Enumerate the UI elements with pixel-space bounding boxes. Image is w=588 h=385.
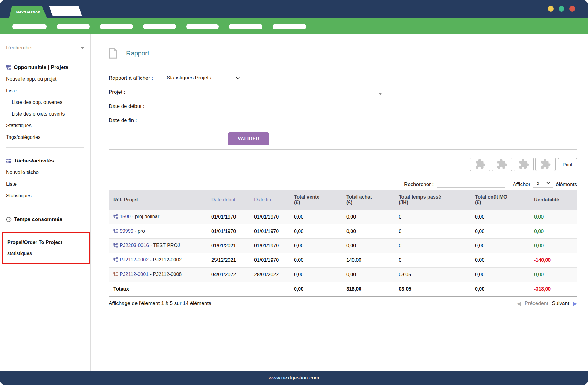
top-bar: NextGestion [0, 0, 588, 18]
print-button[interactable]: Print [558, 158, 577, 170]
sidebar-item-liste-projets-ouverts[interactable]: Liste des projets ouverts [6, 108, 86, 120]
clock-icon [6, 217, 12, 222]
secondary-tab[interactable] [49, 6, 82, 16]
section-title-label: Temps consommés [14, 216, 62, 223]
export-button-2[interactable] [492, 158, 512, 171]
sidebar-section-tasks: Tâches/activités Nouvelle tâche Liste St… [6, 155, 86, 202]
cell-total-vente: 0,00 [289, 253, 342, 267]
sidebar-item-statistiques-taches[interactable]: Statistiques [6, 190, 86, 202]
sidebar-item-propal-statistiques[interactable]: statistiques [7, 248, 85, 259]
nav-pill[interactable] [57, 24, 90, 29]
nav-pill[interactable] [186, 24, 219, 29]
cell-total-cout-mo: 0,00 [470, 224, 530, 238]
col-date-debut[interactable]: Date début [207, 190, 250, 210]
export-button-4[interactable] [535, 158, 556, 171]
cell-total-achat: 0,00 [342, 224, 394, 238]
cell-rentabilite: 0,00 [530, 210, 577, 224]
project-icon [113, 257, 118, 263]
previous-button[interactable]: Précédent [525, 300, 548, 307]
cell-date-fin: 01/01/1970 [250, 210, 289, 224]
report-type-select[interactable]: Statistiques Projets [166, 73, 242, 83]
brand-tab[interactable]: NextGestion [9, 6, 47, 18]
col-rentabilite: Rentabilité [530, 190, 577, 210]
nav-pill[interactable] [100, 24, 133, 29]
footer: www.nextgestion.com [0, 371, 588, 385]
cell-total-cout-mo: 0,00 [470, 253, 530, 267]
nav-pill[interactable] [12, 24, 47, 29]
report-form: Rapport à afficher : Statistiques Projet… [109, 71, 577, 145]
cell-total-vente: 0,00 [289, 224, 342, 238]
cell-date-fin: 01/01/1970 [250, 224, 289, 238]
maximize-dot[interactable] [559, 6, 564, 12]
nav-pill[interactable] [143, 24, 176, 29]
page-info: Affichage de l'élement 1 à 5 sur 14 élém… [109, 300, 211, 307]
highlighted-menu-section: Propal/Order To Project statistiques [2, 232, 90, 264]
section-title-label: Tâches/activités [14, 158, 54, 164]
sidebar-item-statistiques[interactable]: Statistiques [6, 120, 86, 132]
cell-total-temps: 0 [394, 210, 470, 224]
cell-total-achat: 0,00 [342, 267, 394, 282]
sidebar-item-nouvelle-tache[interactable]: Nouvelle tâche [6, 167, 86, 178]
table-header-row: Réf. Projet Date début Date fin Total ve… [109, 190, 577, 210]
export-button-3[interactable] [514, 158, 534, 171]
sidebar-item-liste-opp-ouvertes[interactable]: Liste des opp. ouvertes [6, 97, 86, 108]
next-arrow-icon[interactable]: ▶ [573, 300, 577, 307]
totals-cout-mo: 0,00 [470, 282, 530, 296]
table-row: PJ2203-0016 - TEST PROJ 01/01/2021 01/01… [109, 238, 577, 253]
cell-total-achat: 0,00 [342, 238, 394, 253]
cell-total-vente: 0,00 [289, 238, 342, 253]
sidebar-item-liste[interactable]: Liste [6, 85, 86, 97]
cell-rentabilite: 0,00 [530, 267, 577, 282]
project-icon [6, 65, 11, 70]
table-row: PJ2112-0001 - PJ2112-0008 04/01/2022 28/… [109, 267, 577, 282]
sidebar-item-tags-categories[interactable]: Tags/catégories [6, 132, 86, 143]
table-search-label: Rechercher : [404, 181, 434, 188]
cell-total-temps: 0 [394, 224, 470, 238]
cell-date-fin: 28/01/2022 [250, 267, 289, 282]
checklist-icon [6, 158, 11, 164]
col-total-temps: Total temps passé(JH) [394, 190, 470, 210]
cell-total-vente: 0,00 [289, 210, 342, 224]
export-button-1[interactable] [470, 158, 490, 171]
project-name: - PJ2112-0002 [149, 257, 182, 262]
page-length-select[interactable]: 5 [533, 179, 553, 188]
close-dot[interactable] [569, 6, 575, 12]
valider-button[interactable]: VALIDER [228, 132, 269, 145]
chevron-down-icon [379, 93, 382, 95]
cell-total-achat: 0,00 [342, 210, 394, 224]
cell-rentabilite: -140,00 [530, 253, 577, 267]
project-link[interactable]: 1500 [120, 214, 131, 219]
cell-date-debut: 04/01/2022 [207, 267, 250, 282]
main-nav [0, 18, 588, 34]
divider [109, 149, 577, 150]
project-link[interactable]: PJ2112-0002 [120, 257, 149, 262]
project-label: Projet : [109, 89, 161, 95]
chevron-down-icon[interactable] [81, 47, 84, 49]
sidebar: Opportunités | Projets Nouvelle opp. ou … [0, 34, 91, 371]
nav-pill[interactable] [229, 24, 262, 29]
totals-achat: 318,00 [342, 282, 394, 296]
sidebar-search-input[interactable] [6, 45, 81, 51]
minimize-dot[interactable] [548, 6, 554, 12]
col-date-fin[interactable]: Date fin [250, 190, 289, 210]
elements-label: éléments [556, 181, 577, 188]
project-icon [113, 214, 118, 220]
project-link[interactable]: PJ2112-0001 [120, 272, 149, 277]
nav-pill[interactable] [273, 24, 306, 29]
sidebar-section-propal-title: Propal/Order To Project [7, 237, 85, 248]
sidebar-item-liste-taches[interactable]: Liste [6, 178, 86, 190]
project-select[interactable] [161, 87, 386, 97]
document-icon [109, 48, 117, 59]
table-row: 99999 - pro 01/01/1970 01/01/1970 0,00 0… [109, 224, 577, 238]
end-date-input[interactable] [161, 120, 211, 125]
previous-arrow-icon[interactable]: ◀ [517, 300, 521, 307]
sidebar-item-new-opp[interactable]: Nouvelle opp. ou projet [6, 73, 86, 85]
table-search-input[interactable] [437, 179, 505, 185]
start-date-input[interactable] [161, 105, 211, 111]
project-link[interactable]: 99999 [120, 228, 134, 234]
project-link[interactable]: PJ2203-0016 [120, 243, 149, 248]
project-stats-table: Réf. Projet Date début Date fin Total ve… [109, 190, 577, 297]
totals-temps: 03:05 [394, 282, 470, 296]
brand-label: NextGestion [16, 10, 40, 14]
next-button[interactable]: Suivant [552, 300, 569, 307]
